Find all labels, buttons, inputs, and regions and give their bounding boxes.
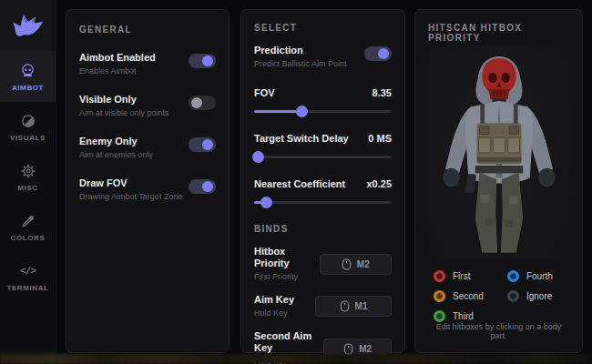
character-model-viewport [428, 46, 569, 258]
cheat-menu-window: AIMBOT VISUALS [0, 0, 592, 355]
hitbox-left-leg[interactable] [475, 173, 496, 253]
sidebar-item-colors[interactable]: COLORS [0, 202, 56, 252]
toggle-label: Draw FOV [79, 177, 182, 189]
bind-label: Aim Key [254, 294, 294, 306]
hitbox-priority-bind-button[interactable]: M2 [320, 254, 392, 275]
character-model[interactable] [431, 46, 567, 258]
slider-label: Nearest Coefficient [254, 178, 345, 190]
hitbox-footer-hint: Edit hitboxes by clicking on a body part… [428, 322, 569, 340]
sidebar-item-label: AIMBOT [12, 84, 44, 92]
nearest-coefficient-slider-row: Nearest Coefficient x0.25 [254, 178, 392, 204]
hitbox-legend: First Second Third Fourth [428, 270, 569, 322]
select-panel: SELECT Prediction Predict Ballistic Aim … [240, 9, 405, 353]
eyedropper-icon [21, 213, 36, 229]
slider-fill [254, 110, 302, 113]
bind-key: M1 [355, 301, 368, 311]
visible-only-toggle[interactable] [189, 96, 216, 110]
slider-value: 8.35 [373, 87, 392, 98]
fov-slider[interactable] [254, 110, 392, 113]
legend-label: Third [453, 311, 474, 321]
bind-key: M2 [359, 344, 372, 354]
nearest-coefficient-slider[interactable] [254, 201, 392, 204]
toggle-description: Aim at enemies only [79, 150, 153, 160]
bind-description: First Priority [254, 272, 320, 282]
bind-row-hitbox-priority: Hitbox Priority First Priority M2 [254, 246, 392, 282]
enemy-only-toggle[interactable] [189, 137, 216, 152]
legend-dot-second [434, 290, 445, 302]
aimbot-enabled-toggle[interactable] [189, 54, 216, 68]
gear-icon [21, 163, 36, 179]
toggle-label: Aimbot Enabled [79, 52, 156, 64]
sidebar-item-aimbot[interactable]: AIMBOT [0, 52, 56, 102]
toggle-row-enemy-only: Enemy Only Aim at enemies only [79, 136, 216, 160]
game-background-strip [0, 354, 592, 364]
sidebar-item-visuals[interactable]: VISUALS [0, 102, 56, 152]
code-icon: </> [20, 263, 36, 279]
target-switch-delay-slider-row: Target Switch Delay 0 MS [254, 133, 392, 158]
slider-knob[interactable] [252, 151, 264, 163]
legend-dot-fourth [507, 270, 519, 282]
sidebar-item-terminal[interactable]: </> TERMINAL [0, 252, 56, 302]
binds-section-title: BINDS [254, 224, 392, 234]
bind-label: Hitbox Priority [254, 246, 320, 269]
toggle-row-aimbot-enabled: Aimbot Enabled Enables Aimbot [79, 52, 216, 76]
select-section-title: SELECT [254, 23, 392, 33]
wolf-logo-icon [11, 12, 46, 39]
toggle-description: Aim at visible only points [79, 108, 169, 118]
toggle-row-visible-only: Visible Only Aim at visible only points [79, 94, 216, 118]
logo [0, 0, 56, 52]
legend-label: First [453, 271, 470, 281]
legend-label: Fourth [526, 271, 553, 281]
bind-description: Hold Key [254, 308, 294, 318]
toggle-label: Enemy Only [79, 136, 153, 147]
bind-key: M2 [357, 259, 370, 269]
aim-key-bind-button[interactable]: M1 [315, 296, 392, 317]
mouse-icon [340, 300, 350, 312]
toggle-knob [202, 139, 213, 150]
prediction-toggle[interactable] [364, 46, 392, 61]
contrast-icon [21, 113, 36, 129]
toggle-row-prediction: Prediction Predict Ballistic Aim Point [254, 45, 392, 69]
holster[interactable] [464, 174, 475, 194]
legend-item-second: Second [434, 290, 484, 302]
hitbox-priority-panel: HITSCAN HITBOX PRIORITY [414, 9, 583, 353]
toggle-row-draw-fov: Draw FOV Drawing Aimbot Target Zone [79, 177, 216, 202]
slider-value: x0.25 [366, 178, 392, 189]
sidebar: AIMBOT VISUALS [0, 0, 56, 355]
mouse-icon [342, 258, 352, 270]
draw-fov-toggle[interactable] [189, 179, 216, 194]
toggle-knob [378, 48, 389, 59]
toggle-knob [202, 181, 213, 192]
sidebar-item-label: MISC [17, 184, 37, 192]
hitbox-panel-title: HITSCAN HITBOX PRIORITY [428, 23, 569, 43]
slider-label: Target Switch Delay [254, 133, 349, 145]
bind-row-aim-key: Aim Key Hold Key M1 [254, 294, 392, 318]
hitbox-right-leg[interactable] [500, 173, 522, 253]
main-content: GENERAL Aimbot Enabled Enables Aimbot Vi… [56, 0, 592, 355]
toggle-knob [191, 97, 202, 108]
bind-label: Second Aim Key [254, 330, 323, 354]
slider-label: FOV [254, 87, 275, 99]
toggle-label: Visible Only [79, 94, 169, 106]
sidebar-item-label: VISUALS [10, 134, 46, 142]
legend-item-fourth: Fourth [507, 270, 553, 282]
legend-item-ignore: Ignore [507, 290, 553, 302]
slider-knob[interactable] [296, 106, 308, 117]
toggle-label: Prediction [254, 45, 347, 56]
sidebar-item-label: COLORS [11, 234, 46, 242]
target-switch-delay-slider[interactable] [254, 156, 392, 158]
slider-knob[interactable] [260, 197, 272, 208]
toggle-knob [202, 56, 213, 66]
slider-value: 0 MS [368, 133, 392, 144]
legend-label: Ignore [526, 291, 552, 301]
slider-fill [254, 201, 267, 204]
legend-dot-third [434, 310, 445, 322]
general-section-title: GENERAL [79, 25, 216, 35]
hitbox-pelvis[interactable] [475, 166, 523, 173]
legend-item-first: First [434, 270, 484, 282]
legend-item-third: Third [434, 310, 484, 322]
toggle-description: Drawing Aimbot Target Zone [79, 192, 182, 202]
slider-fill [254, 156, 259, 158]
sidebar-item-misc[interactable]: MISC [0, 152, 56, 202]
general-panel: GENERAL Aimbot Enabled Enables Aimbot Vi… [66, 9, 230, 353]
